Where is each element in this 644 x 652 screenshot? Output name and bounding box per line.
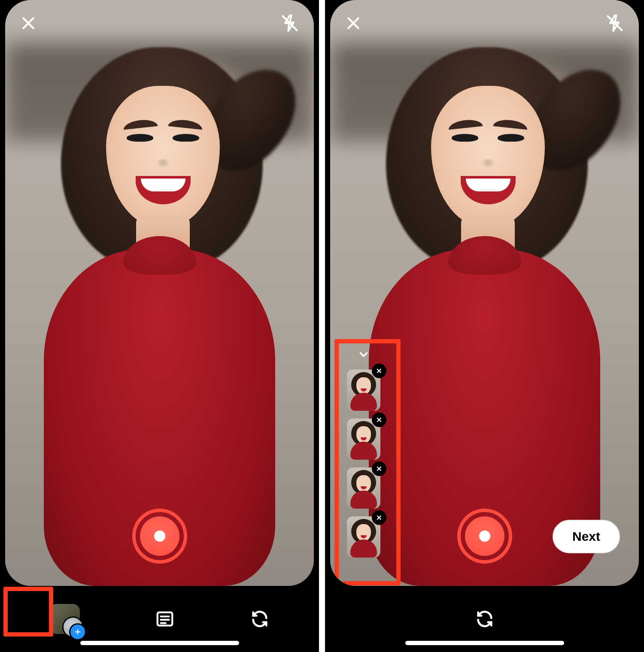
selected-thumb[interactable] bbox=[347, 467, 380, 509]
remove-icon[interactable] bbox=[372, 510, 386, 525]
selected-media-stack bbox=[338, 342, 389, 565]
home-indicator bbox=[405, 641, 564, 645]
bottom-toolbar bbox=[0, 586, 319, 652]
selected-thumb[interactable] bbox=[347, 370, 380, 411]
record-shutter[interactable] bbox=[132, 509, 187, 564]
camera-viewport: Next bbox=[330, 0, 639, 586]
remove-icon[interactable] bbox=[372, 412, 386, 427]
gallery-add-icon[interactable] bbox=[50, 604, 80, 634]
selected-thumb[interactable] bbox=[347, 418, 380, 460]
text-card-icon[interactable] bbox=[155, 609, 175, 629]
home-indicator bbox=[80, 641, 239, 645]
remove-icon[interactable] bbox=[372, 461, 386, 476]
story-camera-right: Next bbox=[325, 0, 644, 652]
bottom-toolbar bbox=[325, 586, 644, 652]
switch-camera-icon[interactable] bbox=[475, 609, 495, 629]
switch-camera-icon[interactable] bbox=[250, 609, 270, 629]
camera-viewport bbox=[5, 0, 314, 586]
flash-off-icon[interactable] bbox=[605, 14, 624, 33]
close-icon[interactable] bbox=[345, 15, 362, 32]
chevron-down-icon[interactable] bbox=[357, 348, 370, 361]
record-shutter[interactable] bbox=[457, 509, 512, 564]
close-icon[interactable] bbox=[20, 15, 37, 32]
selected-thumb[interactable] bbox=[347, 516, 380, 558]
story-camera-left bbox=[0, 0, 319, 652]
remove-icon[interactable] bbox=[372, 364, 386, 378]
flash-off-icon[interactable] bbox=[280, 14, 299, 33]
next-button[interactable]: Next bbox=[553, 520, 620, 553]
